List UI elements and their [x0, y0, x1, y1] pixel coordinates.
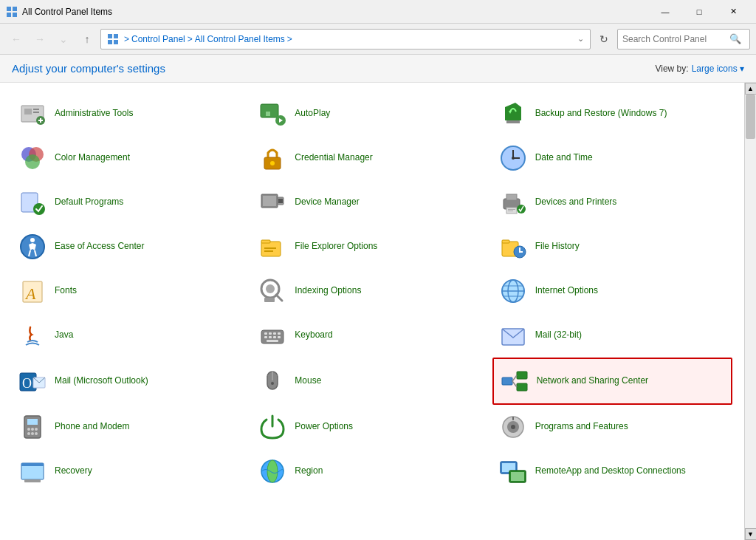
panel-item-network-sharing[interactable]: Network and Sharing Center — [492, 358, 732, 405]
up-button[interactable]: ↑ — [77, 29, 97, 49]
panel-item-phone-modem[interactable]: Phone and Modem — [12, 405, 252, 449]
internet-options-icon — [498, 276, 528, 306]
java-label: Java — [55, 329, 73, 341]
toolbar: Adjust your computer's settings View by:… — [0, 55, 756, 83]
close-button[interactable]: ✕ — [716, 0, 750, 24]
svg-point-89 — [31, 432, 34, 435]
svg-rect-34 — [278, 199, 283, 203]
scroll-down-button[interactable]: ▼ — [745, 528, 757, 540]
svg-rect-70 — [267, 340, 278, 342]
svg-rect-78 — [502, 377, 512, 385]
panel-item-java[interactable]: Java — [12, 313, 252, 358]
window-controls: — □ ✕ — [648, 0, 750, 24]
panel-item-internet-options[interactable]: Internet Options — [492, 269, 732, 313]
panel-item-file-history[interactable]: File History — [492, 225, 732, 269]
date-time-label: Date and Time — [535, 152, 593, 164]
search-box: 🔍 — [617, 29, 750, 49]
svg-rect-66 — [264, 336, 267, 338]
panel-item-mail-outlook[interactable]: OMail (Microsoft Outlook) — [12, 358, 252, 405]
panel-item-credential-manager[interactable]: Credential Manager — [252, 136, 492, 180]
svg-point-53 — [266, 284, 275, 293]
panel-item-color-management[interactable]: Color Management — [12, 136, 252, 180]
mouse-icon — [258, 366, 287, 396]
back-button[interactable]: ← — [6, 29, 27, 49]
maximize-button[interactable]: □ — [682, 0, 716, 24]
panel-item-region[interactable]: Region — [252, 449, 492, 493]
address-control-panel[interactable]: Control Panel — [131, 34, 185, 44]
svg-point-22 — [25, 154, 40, 169]
mail-32bit-label: Mail (32-bit) — [535, 329, 582, 341]
panel-item-file-explorer-options[interactable]: File Explorer Options — [252, 225, 492, 269]
svg-point-24 — [270, 161, 275, 165]
power-options-icon — [258, 412, 287, 442]
search-input[interactable] — [622, 34, 729, 44]
main-content: Administrative ToolsAutoPlayBackup and R… — [0, 83, 756, 540]
svg-rect-9 — [24, 109, 32, 115]
svg-line-82 — [512, 381, 517, 387]
svg-text:A: A — [24, 284, 36, 303]
minimize-button[interactable]: — — [648, 0, 682, 24]
scroll-thumb[interactable] — [746, 95, 755, 139]
panel-item-ease-of-access[interactable]: Ease of Access Center — [12, 225, 252, 269]
panel-item-indexing-options[interactable]: Indexing Options — [252, 269, 492, 313]
svg-rect-96 — [21, 463, 44, 466]
panel-item-backup-restore[interactable]: Backup and Restore (Windows 7) — [492, 92, 732, 136]
panel-item-mail-32bit[interactable]: Mail (32-bit) — [492, 313, 732, 358]
panel-item-default-programs[interactable]: Default Programs — [12, 180, 252, 225]
ease-of-access-icon — [18, 232, 47, 262]
svg-point-88 — [27, 432, 30, 435]
color-management-label: Color Management — [55, 152, 130, 164]
svg-point-85 — [27, 428, 30, 431]
panel-item-power-options[interactable]: Power Options — [252, 405, 492, 449]
panel-item-programs-features[interactable]: Programs and Features — [492, 405, 732, 449]
programs-features-label: Programs and Features — [535, 421, 628, 433]
svg-rect-2 — [7, 13, 11, 17]
svg-rect-5 — [114, 34, 118, 38]
panel-item-devices-printers[interactable]: Devices and Printers — [492, 180, 732, 225]
svg-rect-64 — [273, 332, 276, 335]
svg-rect-94 — [512, 417, 514, 420]
panel-item-fonts[interactable]: AFonts — [12, 269, 252, 313]
panel-item-recovery[interactable]: Recovery — [12, 449, 252, 493]
mail-outlook-label: Mail (Microsoft Outlook) — [55, 375, 148, 387]
fonts-icon: A — [18, 276, 47, 306]
window-icon — [6, 6, 18, 18]
address-all-items[interactable]: All Control Panel Items — [195, 34, 285, 44]
svg-rect-65 — [278, 332, 281, 335]
svg-point-28 — [512, 157, 515, 160]
panel-item-device-manager[interactable]: Device Manager — [252, 180, 492, 225]
svg-point-42 — [30, 238, 35, 242]
backup-restore-icon — [498, 99, 528, 129]
down-button[interactable]: ⌄ — [53, 29, 74, 49]
panel-item-remoteapp[interactable]: RemoteApp and Desktop Connections — [492, 449, 732, 493]
indexing-options-icon — [258, 276, 287, 306]
default-programs-label: Default Programs — [55, 196, 123, 208]
view-by-value[interactable]: Large icons ▾ — [692, 64, 744, 74]
refresh-button[interactable]: ↻ — [594, 29, 614, 49]
svg-rect-3 — [13, 13, 17, 17]
scrollbar: ▲ ▼ — [744, 83, 756, 540]
items-grid: Administrative ToolsAutoPlayBackup and R… — [12, 92, 732, 493]
panel-item-keyboard[interactable]: Keyboard — [252, 313, 492, 358]
svg-rect-84 — [27, 419, 38, 425]
address-path-bar[interactable]: > Control Panel > All Control Panel Item… — [100, 29, 591, 49]
panel-item-autoplay[interactable]: AutoPlay — [252, 92, 492, 136]
svg-point-93 — [511, 425, 515, 429]
svg-line-81 — [512, 375, 517, 381]
panel-item-administrative-tools[interactable]: Administrative Tools — [12, 92, 252, 136]
svg-rect-36 — [506, 194, 517, 200]
scroll-up-button[interactable]: ▲ — [745, 83, 757, 95]
credential-manager-icon — [258, 143, 287, 173]
svg-rect-6 — [108, 40, 112, 44]
phone-modem-icon — [18, 412, 47, 442]
fonts-label: Fonts — [55, 285, 77, 297]
search-icon: 🔍 — [729, 33, 741, 44]
svg-rect-67 — [269, 336, 272, 338]
file-explorer-options-label: File Explorer Options — [295, 241, 377, 253]
devices-printers-icon — [498, 188, 528, 217]
panel-item-date-time[interactable]: Date and Time — [492, 136, 732, 180]
forward-button[interactable]: → — [30, 29, 50, 49]
keyboard-label: Keyboard — [295, 329, 332, 341]
svg-rect-1 — [13, 7, 17, 11]
panel-item-mouse[interactable]: Mouse — [252, 358, 492, 405]
